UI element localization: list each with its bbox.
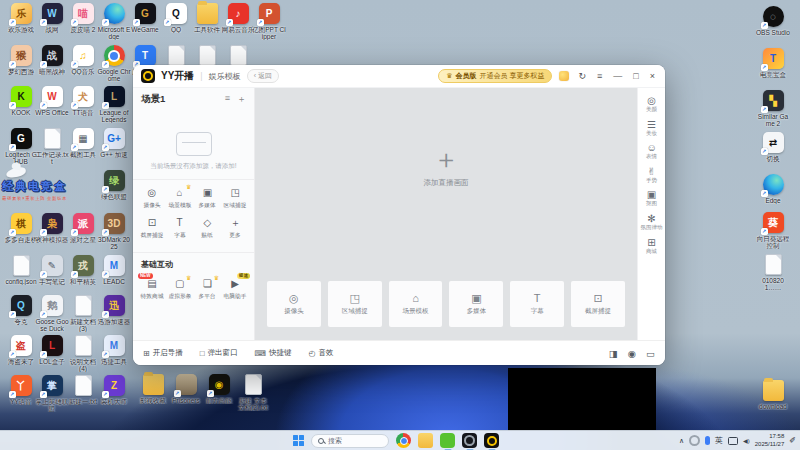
desktop-icon[interactable]: ↗Google Chrome xyxy=(98,45,130,82)
desktop-icon[interactable]: 新建文档 (3) xyxy=(67,295,99,332)
desktop-icon[interactable]: L↗LOL盒子 xyxy=(36,335,68,365)
bottombar-tool-icon[interactable]: ◉ xyxy=(628,348,636,359)
desktop-icon[interactable]: download xyxy=(757,380,789,410)
source-button[interactable]: ⌂场景模板♛ xyxy=(166,187,194,210)
add-scene-icon[interactable]: ＋ xyxy=(237,93,246,106)
live-preview-canvas[interactable]: ＋ 添加直播画面 ◎摄像头◳区域捕捉⌂场景模板▣多媒体T字幕⊡截屏捕捉 xyxy=(255,88,637,340)
desktop-icon[interactable]: ◌↗OBS Studio xyxy=(757,6,789,36)
menu-icon[interactable]: ≡ xyxy=(595,71,604,82)
start-button[interactable] xyxy=(293,435,304,446)
toolbar-item[interactable]: ☰美妆 xyxy=(641,119,663,137)
taskbar-clock[interactable]: 17:58 2025/11/27 xyxy=(755,433,785,447)
desktop-icon[interactable]: ♫↗QQ音乐 xyxy=(67,45,99,75)
desktop-icon[interactable]: ↗Microsoft Edge xyxy=(98,3,130,40)
source-button[interactable]: ◎摄像头 xyxy=(138,187,166,210)
interact-button[interactable]: ▤特效商城NEW xyxy=(138,278,166,301)
desktop-icon[interactable]: L↗League of Legends xyxy=(98,86,130,123)
desktop-icon[interactable]: ▚↗Similar Game 2 xyxy=(757,90,789,127)
bottombar-button[interactable]: □弹出窗口 xyxy=(200,348,238,358)
desktop-icon[interactable]: 戎↗和平精英 xyxy=(67,255,99,285)
canvas-tile[interactable]: ⊡截屏捕捉 xyxy=(571,281,625,327)
desktop-icon[interactable]: Q↗夸克 xyxy=(5,295,37,325)
desktop-icon[interactable]: ▦↗截图工具 xyxy=(67,128,99,158)
desktop-icon[interactable]: 棋↗多多自走棋 xyxy=(5,213,37,243)
vip-upgrade-button[interactable]: ♛ 会员版 开通会员 享更多权益 xyxy=(438,69,552,83)
desktop-icon[interactable]: 工具软件 xyxy=(191,3,223,33)
desktop-icon[interactable]: 丫↗YY语音 xyxy=(5,375,37,405)
desktop-icon[interactable]: 0108201…… xyxy=(757,254,789,291)
taskbar-app-wechat[interactable] xyxy=(440,433,455,448)
desktop-icon[interactable]: 新建 文本文档(2).txt xyxy=(237,374,269,411)
desktop-icon[interactable]: 3D↗3DMark 2025 xyxy=(98,213,130,250)
source-button[interactable]: T字幕 xyxy=(166,217,194,240)
desktop-icon[interactable]: 猴↗梦幻西游 xyxy=(5,45,37,75)
desktop-icon[interactable]: 葵↗向日葵远程控制 xyxy=(757,212,789,249)
desktop-icon[interactable]: M↗LEADC xyxy=(98,255,130,285)
network-display-icon[interactable] xyxy=(728,437,738,445)
taskbar-search[interactable]: 搜索 xyxy=(311,434,389,448)
desktop-icon[interactable]: G+↗G++ 加速 xyxy=(98,128,130,158)
back-button[interactable]: ‹ 返回 xyxy=(247,69,279,83)
toolbar-item[interactable]: ▣抠图 xyxy=(641,189,663,207)
ime-indicator[interactable]: 英 xyxy=(715,435,723,446)
obs-tray-icon[interactable] xyxy=(689,435,700,446)
desktop-icon[interactable]: config.json xyxy=(5,255,37,285)
desktop-icon[interactable]: ↗Prisoners xyxy=(170,374,202,404)
source-button[interactable]: ＋更多 xyxy=(221,217,249,240)
source-button[interactable]: ⊡截屏捕捉 xyxy=(138,217,166,240)
desktop-icon[interactable]: 新建一.txt xyxy=(67,375,99,405)
refresh-icon[interactable]: ↻ xyxy=(576,71,588,82)
maximize-button[interactable]: □ xyxy=(631,71,640,82)
desktop-icon[interactable]: G↗WeGame xyxy=(129,3,161,33)
bottombar-tool-icon[interactable]: ◨ xyxy=(609,348,618,359)
interact-button[interactable]: ▢虚拟形象♛ xyxy=(166,278,194,301)
desktop-icon[interactable]: 派↗派对之星 xyxy=(67,213,99,243)
desktop-icon[interactable]: ◉↗前方高能 xyxy=(203,374,235,404)
taskbar-app-chrome[interactable] xyxy=(396,433,411,448)
desktop-icon[interactable]: Q↗QQ xyxy=(160,3,192,33)
taskbar-app-yy-kaibo[interactable] xyxy=(484,433,499,448)
desktop-icon[interactable]: 迅↗迅游加速器 xyxy=(98,295,130,325)
source-button[interactable]: ◇贴纸 xyxy=(194,217,222,240)
scene-settings-icon[interactable]: ≡ xyxy=(225,93,230,106)
interact-button[interactable]: ▶电脑助手提速 xyxy=(221,278,249,301)
minimize-button[interactable]: — xyxy=(611,71,624,82)
desktop-icon[interactable]: ✎↗手写笔记 xyxy=(36,255,68,285)
desktop-icon[interactable]: T↗电竞宝盒 xyxy=(757,48,789,78)
tray-chevron-icon[interactable]: ∧ xyxy=(679,437,684,445)
volume-icon[interactable]: ◀) xyxy=(743,437,750,444)
canvas-tile[interactable]: ◳区域捕捉 xyxy=(328,281,382,327)
desktop-icon[interactable]: M↗迅捷工具 xyxy=(98,335,130,365)
close-button[interactable]: × xyxy=(648,71,657,82)
taskbar-app-quark[interactable] xyxy=(462,433,477,448)
toolbar-item[interactable]: ✻氛围律动 xyxy=(641,213,663,231)
desktop-icon[interactable]: P↗亿图PPT Clipper xyxy=(253,3,285,40)
desktop-icon[interactable]: 喵↗皮皮喵 2 xyxy=(67,3,99,33)
desktop-icon[interactable]: 鹅↗Goose Goose Duck xyxy=(36,295,68,332)
desktop-icon[interactable]: W↗战网 xyxy=(36,3,68,33)
toolbar-item[interactable]: ◎美颜 xyxy=(641,95,663,113)
taskbar-app-file-explorer[interactable] xyxy=(418,433,433,448)
desktop-icon[interactable]: ♪↗网易云音乐 xyxy=(222,3,254,33)
bottombar-button[interactable]: ⌨快捷键 xyxy=(255,348,292,358)
toolbar-item[interactable]: ☺表情 xyxy=(641,142,663,160)
desktop-icon[interactable]: 枭↗夜神模拟器 xyxy=(36,213,68,243)
microphone-icon[interactable] xyxy=(705,436,710,445)
desktop-icon[interactable]: 掌↗掌上英雄联盟 xyxy=(36,375,68,412)
toolbar-item[interactable]: ⊞商城 xyxy=(641,237,663,255)
desktop-icon[interactable]: 乐↗欢乐游戏 xyxy=(5,3,37,33)
desktop-icon[interactable]: 战↗暗黑战神 xyxy=(36,45,68,75)
desktop-icon[interactable]: 盗↗海盗来了 xyxy=(5,335,37,365)
bottombar-button[interactable]: ◴音效 xyxy=(309,348,334,358)
add-source-plus-icon[interactable]: ＋ xyxy=(433,146,459,172)
interact-button[interactable]: ❏多平台♛ xyxy=(194,278,222,301)
canvas-tile[interactable]: ⌂场景模板 xyxy=(389,281,443,327)
desktop-icon[interactable]: 说明文档 (4) xyxy=(67,335,99,372)
desktop-icon[interactable]: K↗KOOK xyxy=(5,86,37,116)
desktop-icon[interactable]: ⇄↗切换 xyxy=(757,132,789,162)
source-button[interactable]: ◳区域捕捉 xyxy=(221,187,249,210)
canvas-tile[interactable]: ◎摄像头 xyxy=(267,281,321,327)
bottombar-tool-icon[interactable]: ▭ xyxy=(646,348,655,359)
desktop-icon[interactable]: 犬↗TT语音 xyxy=(67,86,99,116)
desktop-icon[interactable]: G↗Logitech G HUB xyxy=(5,128,37,165)
